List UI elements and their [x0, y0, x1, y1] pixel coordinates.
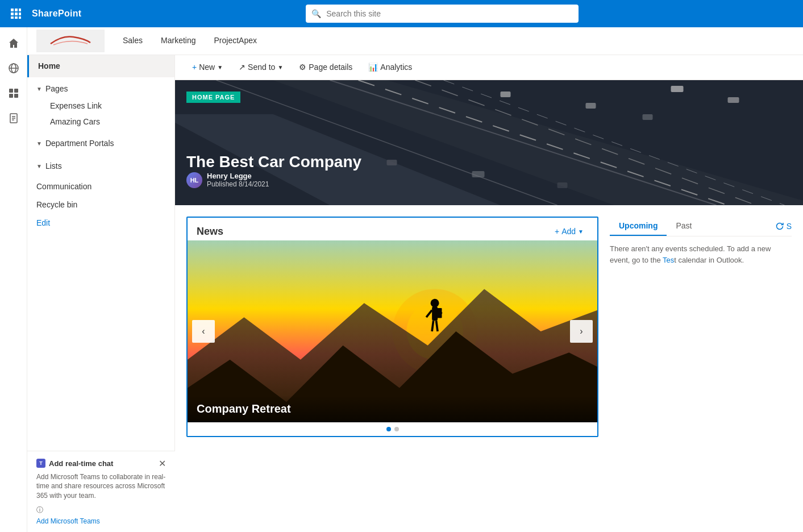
svg-rect-4 [15, 13, 18, 15]
news-header: News + Add ▼ [188, 218, 597, 240]
site-tabs: Sales Marketing ProjectApex [27, 27, 803, 55]
send-icon: ↗ [239, 63, 246, 72]
analytics-button[interactable]: 📊 Analytics [363, 59, 418, 75]
refresh-button[interactable]: S [775, 222, 792, 231]
sidebar-link-recycle-bin[interactable]: Recycle bin [27, 196, 174, 214]
home-nav-icon[interactable] [2, 32, 25, 55]
page-details-label: Page details [309, 63, 352, 72]
tab-projectapex[interactable]: ProjectApex [205, 27, 266, 55]
sidebar-section-pages: ▼ Pages Expenses Link Amazing Cars [27, 77, 174, 132]
events-calendar-link[interactable]: Tes [663, 256, 674, 264]
svg-rect-6 [11, 16, 14, 19]
svg-rect-12 [9, 89, 13, 93]
search-container: 🔍 [306, 5, 579, 23]
chevron-right-icon: ▼ [36, 140, 42, 147]
svg-line-47 [436, 321, 438, 331]
chat-banner-title-text: Add real-time chat [49, 459, 113, 468]
new-button-label: New [199, 63, 215, 72]
events-tabs: Upcoming Past S [610, 217, 792, 236]
send-chevron-icon: ▼ [277, 64, 283, 70]
page-details-button[interactable]: ⚙ Page details [293, 59, 358, 75]
sidebar-section-label-pages: Pages [45, 84, 68, 93]
waffle-menu-button[interactable] [7, 5, 25, 23]
svg-rect-13 [14, 89, 18, 93]
tab-upcoming[interactable]: Upcoming [610, 217, 667, 236]
sidebar-section-label-dept: Department Portals [45, 139, 114, 148]
hero-banner: HOME PAGE The Best Car Company HL Henry … [175, 80, 803, 205]
svg-rect-8 [19, 16, 21, 19]
svg-rect-7 [15, 16, 18, 19]
document-nav-icon[interactable] [2, 107, 25, 130]
svg-rect-2 [19, 9, 21, 11]
sidebar-section-header-lists[interactable]: ▼ Lists [27, 157, 174, 175]
chat-banner: T Add real-time chat ✕ Add Microsoft Tea… [27, 451, 175, 532]
slide-dot-2[interactable] [394, 427, 399, 431]
app-brand: SharePoint [32, 9, 81, 19]
events-empty-message: There aren't any events scheduled. To ad… [610, 243, 792, 265]
grid-nav-icon[interactable] [2, 82, 25, 105]
add-teams-link[interactable]: Add Microsoft Teams [36, 517, 166, 525]
chat-banner-info: ⓘ [36, 505, 166, 515]
slide-dot-1[interactable] [386, 427, 391, 431]
author-name: Henry Legge [207, 172, 269, 180]
hero-author-info: Henry Legge Published 8/14/2021 [207, 172, 269, 188]
svg-rect-3 [11, 13, 14, 15]
slide-prev-button[interactable]: ‹ [192, 320, 215, 343]
tab-marketing[interactable]: Marketing [152, 27, 205, 55]
slide-next-button[interactable]: › [570, 320, 593, 343]
site-header: Sales Marketing ProjectApex [27, 27, 803, 55]
news-section: News + Add ▼ [186, 217, 598, 437]
send-to-button[interactable]: ↗ Send to ▼ [233, 59, 289, 75]
svg-rect-0 [11, 9, 14, 11]
events-section: Upcoming Past S There aren't any events … [610, 217, 792, 437]
plus-icon: + [192, 63, 197, 72]
sidebar-link-communication[interactable]: Communication [27, 177, 174, 196]
analytics-icon: 📊 [368, 63, 378, 72]
chat-banner-close-button[interactable]: ✕ [159, 458, 166, 469]
new-chevron-icon: ▼ [217, 64, 223, 70]
chat-banner-title: T Add real-time chat [36, 459, 113, 468]
chevron-right-lists-icon: ▼ [36, 163, 42, 169]
svg-rect-41 [432, 306, 438, 321]
page-toolbar: + New ▼ ↗ Send to ▼ ⚙ Page details 📊 Ana… [175, 55, 803, 80]
sidebar-edit-link[interactable]: Edit [27, 214, 174, 232]
slide-caption: Company Retreat [188, 396, 597, 422]
chat-banner-description: Add Microsoft Teams to collaborate in re… [36, 472, 166, 501]
svg-rect-14 [9, 94, 13, 98]
two-col: News + Add ▼ [175, 205, 803, 448]
site-logo [36, 30, 105, 52]
new-button[interactable]: + New ▼ [186, 59, 228, 75]
svg-rect-5 [19, 13, 21, 15]
add-label: Add [561, 227, 576, 236]
sidebar-section-label-lists: Lists [45, 161, 62, 171]
sidebar-section-lists: ▼ Lists [27, 155, 174, 177]
slide-dots [188, 422, 597, 436]
news-add-button[interactable]: + Add ▼ [550, 225, 588, 238]
sidebar-section-header-pages[interactable]: ▼ Pages [27, 80, 174, 98]
sidebar-item-amazing-cars[interactable]: Amazing Cars [27, 114, 174, 130]
tab-past[interactable]: Past [667, 217, 701, 236]
sidebar-item-expenses[interactable]: Expenses Link [27, 98, 174, 114]
author-avatar: HL [186, 172, 202, 188]
send-to-label: Send to [248, 63, 275, 72]
search-input[interactable] [306, 5, 579, 23]
svg-rect-15 [14, 94, 18, 98]
globe-nav-icon[interactable] [2, 57, 25, 80]
sidebar-section-dept: ▼ Department Portals [27, 132, 174, 155]
chevron-down-icon: ▼ [36, 86, 42, 92]
published-date: Published 8/14/2021 [207, 180, 269, 188]
sync-label: S [787, 222, 792, 231]
hero-overlay [175, 80, 803, 205]
top-bar: SharePoint 🔍 [0, 0, 803, 27]
chat-banner-header: T Add real-time chat ✕ [36, 458, 166, 469]
hero-title: The Best Car Company [186, 153, 361, 171]
svg-rect-1 [15, 9, 18, 11]
svg-point-42 [431, 299, 439, 307]
analytics-label: Analytics [380, 63, 412, 72]
news-carousel: ‹ › Company Retreat [188, 240, 597, 422]
hero-author: HL Henry Legge Published 8/14/2021 [186, 172, 269, 188]
sidebar-home[interactable]: Home [27, 55, 174, 77]
sidebar-section-header-dept[interactable]: ▼ Department Portals [27, 134, 174, 152]
left-icon-nav [0, 27, 27, 532]
tab-sales[interactable]: Sales [114, 27, 152, 55]
